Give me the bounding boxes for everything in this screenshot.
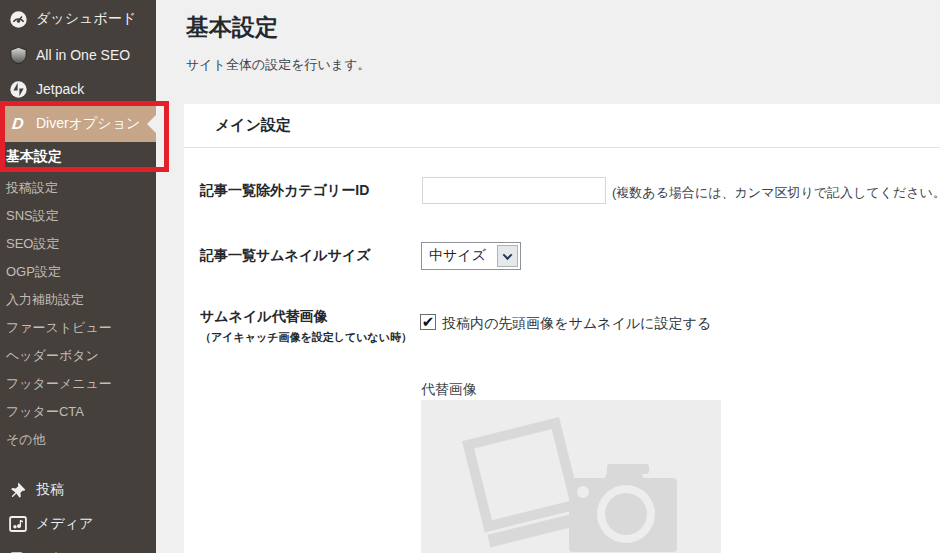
shield-icon <box>8 45 28 65</box>
sidebar-item-label: Diverオプション <box>36 115 140 133</box>
checkmark-icon: ✔ <box>422 314 435 329</box>
section-divider <box>184 147 940 148</box>
sidebar-item-media[interactable]: メディア <box>0 507 156 541</box>
submenu-item-basic-settings[interactable]: 基本設定 <box>0 142 156 172</box>
sidebar-item-pages[interactable]: 固定ページ <box>0 543 156 553</box>
alt-image-placeholder[interactable] <box>421 400 721 553</box>
alt-thumbnail-sublabel: （アイキャッチ画像を設定していない時） <box>200 330 412 345</box>
thumbnail-size-select[interactable]: 中サイズ <box>421 242 521 270</box>
submenu-item-label: フッターCTA <box>6 403 84 421</box>
main-content: 基本設定 サイト全体の設定を行います。 メイン設定 記事一覧除外カテゴリーID … <box>156 0 940 553</box>
dashboard-icon <box>8 9 28 29</box>
submenu-item-seo-settings[interactable]: SEO設定 <box>0 230 156 258</box>
page-title: 基本設定 <box>186 12 278 43</box>
media-icon <box>8 514 28 534</box>
sidebar-item-all-in-one-seo[interactable]: All in One SEO <box>0 38 156 72</box>
select-dropdown-button[interactable] <box>497 245 518 267</box>
exclude-category-id-input[interactable] <box>422 177 606 204</box>
submenu-item-ogp-settings[interactable]: OGP設定 <box>0 258 156 286</box>
thumbnail-size-label: 記事一覧サムネイルサイズ <box>200 247 371 265</box>
submenu-item-label: OGP設定 <box>6 263 61 281</box>
submenu-item-label: 投稿設定 <box>6 179 58 197</box>
current-menu-arrow <box>147 115 156 133</box>
sidebar-item-posts[interactable]: 投稿 <box>0 473 156 507</box>
diver-icon: D <box>8 114 28 134</box>
section-title: メイン設定 <box>215 116 291 135</box>
submenu-item-label: 基本設定 <box>6 148 62 166</box>
submenu-item-label: ヘッダーボタン <box>6 347 99 365</box>
sidebar-item-dashboard[interactable]: ダッシュボード <box>0 2 156 36</box>
use-first-image-checkbox-label: 投稿内の先頭画像をサムネイルに設定する <box>442 315 711 333</box>
sidebar-item-label: Jetpack <box>36 81 84 97</box>
submenu-item-label: SEO設定 <box>6 235 59 253</box>
submenu-item-input-assist[interactable]: 入力補助設定 <box>0 286 156 314</box>
submenu-item-footer-cta[interactable]: フッターCTA <box>0 398 156 426</box>
submenu-item-others[interactable]: その他 <box>0 426 156 454</box>
sidebar-item-label: All in One SEO <box>36 47 130 63</box>
submenu-item-label: その他 <box>6 431 46 449</box>
sidebar-item-diver-options[interactable]: D Diverオプション <box>0 106 156 142</box>
sidebar-item-label: ダッシュボード <box>36 10 136 28</box>
page-subtitle: サイト全体の設定を行います。 <box>186 56 370 74</box>
submenu-item-footer-menu[interactable]: フッターメニュー <box>0 370 156 398</box>
no-image-icon <box>421 400 721 553</box>
alt-image-label: 代替画像 <box>421 381 477 399</box>
sidebar-item-label: メディア <box>36 515 93 533</box>
submenu-item-first-view[interactable]: ファーストビュー <box>0 314 156 342</box>
submenu-item-header-button[interactable]: ヘッダーボタン <box>0 342 156 370</box>
exclude-category-id-note: (複数ある場合には、カンマ区切りで記入してください。) <box>612 184 940 202</box>
submenu-item-sns-settings[interactable]: SNS設定 <box>0 202 156 230</box>
submenu-item-post-settings[interactable]: 投稿設定 <box>0 174 156 202</box>
submenu-item-label: ファーストビュー <box>6 319 112 337</box>
main-settings-panel: メイン設定 記事一覧除外カテゴリーID (複数ある場合には、カンマ区切りで記入し… <box>184 104 940 553</box>
exclude-category-id-label: 記事一覧除外カテゴリーID <box>200 182 369 200</box>
chevron-down-icon <box>503 250 513 260</box>
sidebar-item-jetpack[interactable]: Jetpack <box>0 72 156 106</box>
use-first-image-checkbox[interactable]: ✔ <box>420 314 436 330</box>
alt-thumbnail-label: サムネイル代替画像 <box>200 308 328 326</box>
sidebar-item-label: 投稿 <box>36 481 64 499</box>
submenu-item-label: SNS設定 <box>6 207 59 225</box>
pin-icon <box>8 480 28 500</box>
jetpack-icon <box>8 79 28 99</box>
thumbnail-size-selected-value: 中サイズ <box>422 247 497 265</box>
submenu-item-label: フッターメニュー <box>6 375 112 393</box>
submenu-item-label: 入力補助設定 <box>6 291 84 309</box>
admin-sidebar: ダッシュボード All in One SEO Jetpa <box>0 0 156 553</box>
